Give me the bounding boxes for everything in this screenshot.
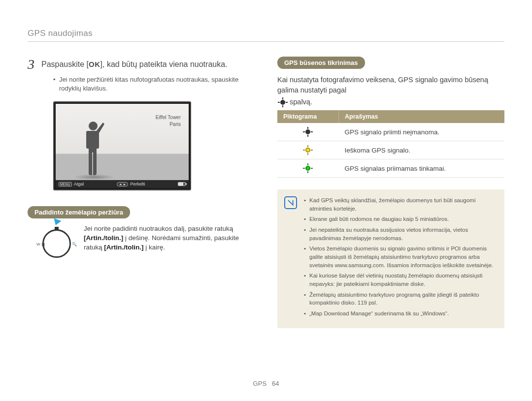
gps-yellow-icon: [304, 146, 312, 154]
note-list: Kad GPS veiktų sklandžiai, žemėlapio duo…: [304, 196, 497, 320]
note-box: Kad GPS veiktų sklandžiai, žemėlapio duo…: [277, 189, 504, 328]
left-column: 3 Paspauskite [OK], kad būtų pateikta vi…: [28, 57, 255, 328]
note-item: Kad GPS veiktų sklandžiai, žemėlapio duo…: [304, 196, 497, 213]
note-item: „Map Download Manage“ suderinama tik su …: [304, 309, 497, 318]
battery-icon: [178, 182, 186, 186]
row-desc: GPS signalas priimamas tinkamai.: [339, 159, 505, 178]
page-footer: GPS 64: [0, 380, 532, 387]
col-icon-header: Piktograma: [277, 110, 339, 123]
step-text-suffix: ], kad būtų pateikta viena nuotrauka.: [100, 60, 228, 68]
two-column-layout: 3 Paspauskite [OK], kad būtų pateikta vi…: [28, 57, 504, 328]
note-item: Kai kuriose šalyse dėl vietinių nuostatų…: [304, 272, 497, 288]
note-item: Jei nepateikta su nuotrauka susijusios v…: [304, 226, 497, 242]
status-intro: Kai nustatyta fotografavimo veiksena, GP…: [277, 75, 504, 107]
table-row: Ieškoma GPS signalo.: [277, 141, 504, 159]
gps-status-icon: [279, 98, 287, 106]
manual-page: GPS naudojimas 3 Paspauskite [OK], kad b…: [0, 0, 532, 401]
dial-t-label: T 🔍: [68, 242, 77, 247]
page-title: GPS naudojimas: [28, 29, 504, 42]
right-column: GPS būsenos tikrinimas Kai nustatyta fot…: [277, 57, 504, 328]
camera-photo-area: Eiffel Tower Paris: [56, 104, 189, 180]
step-bullet: Jei norite peržiūrėti kitas nufotografuo…: [53, 75, 255, 93]
table-row: GPS signalo priimti neįmanoma.: [277, 123, 504, 141]
menu-button-icon: MENU: [59, 182, 72, 186]
photo-location-line1: Eiffel Tower: [156, 115, 181, 120]
step-3-line: 3 Paspauskite [OK], kad būtų pateikta vi…: [28, 57, 255, 72]
zoom-heading-pill: Padidinto žemėlapio peržiūra: [28, 206, 130, 218]
step-text-prefix: Paspauskite [: [41, 60, 89, 68]
camera-bottom-bar: MENU Atgal ◄ ► Perkelti: [56, 180, 189, 188]
zoom-instruction-row: W ▣ T 🔍 Jei norite padidinti nuotraukos …: [39, 224, 255, 261]
person-silhouette-icon: [81, 119, 105, 178]
row-desc: Ieškoma GPS signalo.: [339, 141, 505, 159]
status-heading-pill: GPS būsenos tikrinimas: [277, 57, 365, 69]
back-label: Atgal: [74, 182, 84, 186]
move-label: Perkelti: [130, 182, 145, 186]
table-row: GPS signalas priimamas tinkamai.: [277, 159, 504, 178]
step-number: 3: [28, 57, 34, 72]
gps-black-icon: [304, 128, 312, 136]
zoom-instruction-text: Jei norite padidinti nuotraukos dalį, pa…: [84, 224, 255, 252]
ok-key-label: OK: [89, 60, 100, 68]
note-item: Žemėlapių atsisiuntimo tvarkytuvo progra…: [304, 291, 497, 307]
footer-page-number: 64: [272, 380, 279, 387]
photo-location-line2: Paris: [169, 122, 181, 127]
dial-arrow-icon: [52, 218, 61, 227]
zoom-dial-icon: W ▣ T 🔍: [39, 226, 74, 261]
arrow-lr-icon: ◄ ►: [117, 182, 129, 186]
gps-status-table: Piktograma Aprašymas GPS signalo priimti…: [277, 110, 504, 178]
camera-screenshot: Eiffel Tower Paris MENU Atgal ◄ ► Perkel…: [53, 101, 191, 190]
gps-green-icon: [304, 164, 312, 172]
note-item: Ekrane gali būti rodomos ne daugiau kaip…: [304, 215, 497, 223]
row-desc: GPS signalo priimti neįmanoma.: [339, 123, 505, 141]
svg-point-0: [89, 122, 98, 130]
note-info-icon: [284, 196, 297, 209]
col-desc-header: Aprašymas: [339, 110, 505, 123]
footer-section: GPS: [253, 380, 266, 387]
note-item: Vietos žemėlapio duomenis su signalo gav…: [304, 245, 497, 269]
